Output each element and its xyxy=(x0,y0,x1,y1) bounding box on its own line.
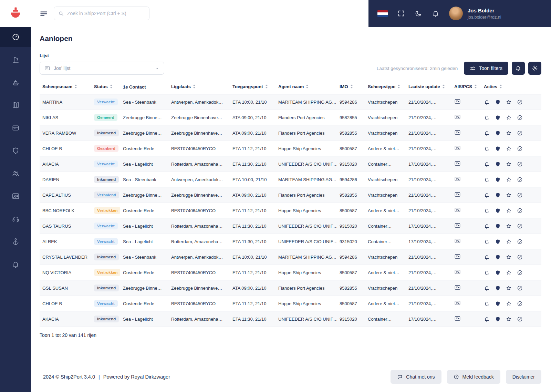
table-row[interactable]: MARTINA Verwacht Sea - Steenbank Antwerp… xyxy=(40,94,541,110)
fullscreen-icon[interactable] xyxy=(397,10,405,17)
feedback-button[interactable]: Meld feedback xyxy=(447,370,500,384)
favorite-star-icon[interactable] xyxy=(506,285,512,291)
ais-pcs-icon[interactable] xyxy=(454,238,461,244)
table-row[interactable]: NIKLAS Gemeerd Zeebrugge Binne… Zeebrugg… xyxy=(40,110,541,125)
favorite-star-icon[interactable] xyxy=(506,270,512,276)
menu-icon[interactable] xyxy=(39,9,48,18)
check-circle-icon[interactable] xyxy=(517,177,523,183)
check-circle-icon[interactable] xyxy=(517,223,523,229)
ais-pcs-icon[interactable] xyxy=(454,253,461,260)
sidebar-item-map[interactable] xyxy=(0,95,31,115)
table-row[interactable]: CHLOE B Geankerd Oostende Rede BEST07406… xyxy=(40,141,541,156)
shield-icon[interactable] xyxy=(495,146,501,152)
column-header[interactable]: Agent naam xyxy=(276,80,337,94)
check-circle-icon[interactable] xyxy=(517,254,523,260)
shield-icon[interactable] xyxy=(495,177,501,183)
sidebar-item-team[interactable] xyxy=(0,163,31,183)
notify-bell-icon[interactable] xyxy=(484,301,490,307)
disclaimer-button[interactable]: Disclaimer xyxy=(506,370,541,384)
shield-icon[interactable] xyxy=(495,316,501,322)
table-notifications-button[interactable] xyxy=(512,62,525,75)
user-avatar[interactable] xyxy=(449,7,463,20)
sidebar-item-documents[interactable] xyxy=(0,118,31,138)
column-header[interactable]: Ligplaats xyxy=(168,80,230,94)
sidebar-item-security[interactable] xyxy=(0,141,31,161)
ais-pcs-icon[interactable] xyxy=(454,269,461,275)
sort-icon[interactable] xyxy=(74,84,77,90)
notify-bell-icon[interactable] xyxy=(484,316,490,322)
notify-bell-icon[interactable] xyxy=(484,208,490,214)
column-header[interactable]: Toegangspunt xyxy=(230,80,276,94)
user-info[interactable]: Jos Bolder jos.bolder@rdz.nl xyxy=(468,8,501,20)
check-circle-icon[interactable] xyxy=(517,99,523,105)
sort-icon[interactable] xyxy=(397,84,400,90)
check-circle-icon[interactable] xyxy=(517,270,523,276)
favorite-star-icon[interactable] xyxy=(506,99,512,105)
dark-mode-moon-icon[interactable] xyxy=(415,10,422,17)
ais-pcs-icon[interactable] xyxy=(454,176,461,182)
table-row[interactable]: GAS TAURUS Verwacht Sea - Lagelicht Rott… xyxy=(40,218,541,234)
favorite-star-icon[interactable] xyxy=(506,177,512,183)
ais-pcs-icon[interactable] xyxy=(454,315,461,322)
shield-icon[interactable] xyxy=(495,99,501,105)
ais-pcs-icon[interactable] xyxy=(454,160,461,167)
notify-bell-icon[interactable] xyxy=(484,99,490,105)
sidebar-item-dashboard[interactable] xyxy=(0,27,31,47)
notify-bell-icon[interactable] xyxy=(484,254,490,260)
notify-bell-icon[interactable] xyxy=(484,192,490,198)
sort-icon[interactable] xyxy=(499,84,502,90)
notify-bell-icon[interactable] xyxy=(484,115,490,121)
ais-pcs-icon[interactable] xyxy=(454,300,461,306)
notify-bell-icon[interactable] xyxy=(484,130,490,136)
shield-icon[interactable] xyxy=(495,223,501,229)
sort-icon[interactable] xyxy=(193,84,196,90)
favorite-star-icon[interactable] xyxy=(506,301,512,307)
sidebar-item-cranes[interactable] xyxy=(0,50,31,70)
sidebar-item-port[interactable] xyxy=(0,231,31,251)
notify-bell-icon[interactable] xyxy=(484,146,490,152)
ais-pcs-icon[interactable] xyxy=(454,284,461,291)
table-row[interactable]: CHLOE B Verwacht Oostende Rede BEST07406… xyxy=(40,296,541,311)
favorite-star-icon[interactable] xyxy=(506,161,512,167)
notify-bell-icon[interactable] xyxy=(484,285,490,291)
sidebar-item-contacts[interactable] xyxy=(0,186,31,206)
notify-bell-icon[interactable] xyxy=(484,161,490,167)
check-circle-icon[interactable] xyxy=(517,161,523,167)
table-row[interactable]: AKACIA Verwacht Sea - Lagelicht Rotterda… xyxy=(40,156,541,172)
column-header[interactable]: Acties xyxy=(481,80,541,94)
list-select[interactable]: Jos’ lijst xyxy=(40,62,164,75)
table-row[interactable]: BBC NORFOLK Vertrokken Oostende Rede BES… xyxy=(40,203,541,218)
check-circle-icon[interactable] xyxy=(517,130,523,136)
ais-pcs-icon[interactable] xyxy=(454,222,461,229)
ais-pcs-icon[interactable] xyxy=(454,207,461,213)
check-circle-icon[interactable] xyxy=(517,285,523,291)
table-row[interactable]: NQ VICTORIA Vertrokken Oostende Rede BES… xyxy=(40,265,541,280)
shield-icon[interactable] xyxy=(495,130,501,136)
favorite-star-icon[interactable] xyxy=(506,239,512,245)
favorite-star-icon[interactable] xyxy=(506,254,512,260)
table-row[interactable]: GSL SUSAN Inkomend Zeebrugge Binne… Zeeb… xyxy=(40,280,541,296)
sidebar-item-support[interactable] xyxy=(0,209,31,229)
column-header[interactable]: Laatste update xyxy=(406,80,451,94)
table-row[interactable]: CRYSTAL LAVENDER Inkomend Sea - Steenban… xyxy=(40,249,541,265)
column-header[interactable]: Scheepsnaam xyxy=(40,80,91,94)
table-row[interactable]: VERA RAMBOW Inkomend Zeebrugge Binne… Ze… xyxy=(40,125,541,141)
favorite-star-icon[interactable] xyxy=(506,208,512,214)
check-circle-icon[interactable] xyxy=(517,316,523,322)
column-header[interactable]: Status xyxy=(91,80,120,94)
shield-icon[interactable] xyxy=(495,285,501,291)
sort-icon[interactable] xyxy=(110,84,113,90)
column-header[interactable]: IMO xyxy=(337,80,365,94)
sort-icon[interactable] xyxy=(265,84,268,90)
search-input[interactable] xyxy=(67,11,145,16)
shield-icon[interactable] xyxy=(495,161,501,167)
sort-icon[interactable] xyxy=(442,84,445,90)
check-circle-icon[interactable] xyxy=(517,301,523,307)
sort-icon[interactable] xyxy=(350,84,353,90)
sidebar-item-ships[interactable] xyxy=(0,72,31,92)
sort-icon[interactable] xyxy=(474,84,477,90)
column-header[interactable]: AIS/PCS xyxy=(451,80,481,94)
check-circle-icon[interactable] xyxy=(517,239,523,245)
favorite-star-icon[interactable] xyxy=(506,192,512,198)
shield-icon[interactable] xyxy=(495,270,501,276)
